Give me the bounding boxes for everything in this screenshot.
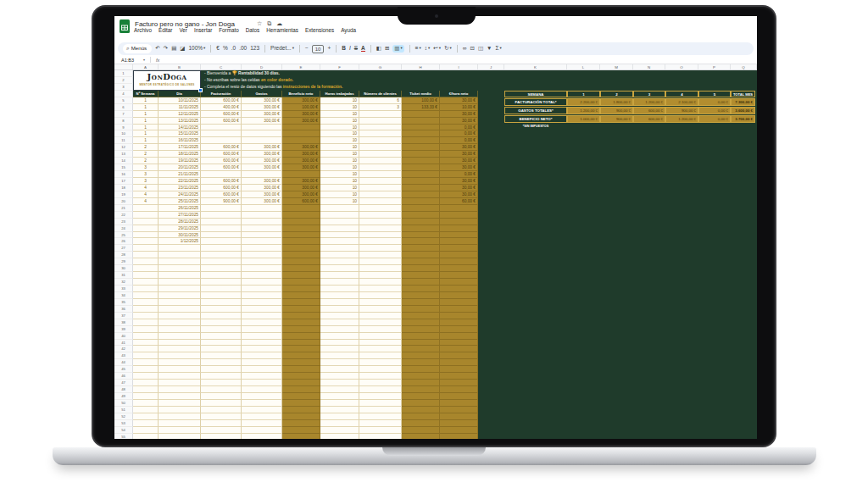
cell-L20[interactable] <box>567 198 600 205</box>
cell-D35[interactable] <box>242 299 282 306</box>
column-header-corner[interactable] <box>114 64 133 69</box>
cell-E36[interactable] <box>282 306 320 313</box>
column-header-J[interactable]: J <box>478 64 504 69</box>
cell-N38[interactable] <box>633 319 665 326</box>
cell-H34[interactable] <box>402 292 440 299</box>
cell-D14[interactable]: 300,00 € <box>242 158 282 164</box>
cell-M34[interactable] <box>600 292 633 299</box>
cell-J39[interactable] <box>478 326 504 333</box>
cell-E52[interactable] <box>282 413 320 420</box>
cell-G48[interactable] <box>359 386 402 393</box>
cell-G41[interactable] <box>359 340 402 347</box>
cell-O33[interactable] <box>665 286 698 292</box>
row-header-36[interactable]: 36 <box>114 306 133 313</box>
cell-D48[interactable] <box>242 386 282 393</box>
cell-G37[interactable] <box>359 313 402 319</box>
cell-K52[interactable] <box>504 413 567 420</box>
cell-N46[interactable] <box>633 373 665 380</box>
cell-O40[interactable] <box>665 333 698 340</box>
summary-value[interactable]: 1.200,00 € <box>633 98 665 106</box>
cell-K46[interactable] <box>504 373 567 380</box>
cell-B14[interactable]: 19/11/2025 <box>159 158 201 164</box>
cell-Q1[interactable] <box>731 70 757 77</box>
cell-Q41[interactable] <box>731 340 757 347</box>
cell-A40[interactable] <box>133 333 159 340</box>
row-header-2[interactable]: 2 <box>114 77 133 84</box>
cell-E30[interactable] <box>282 265 320 272</box>
text-wrap-icon[interactable]: ↩▾ <box>433 46 441 52</box>
cell-N24[interactable] <box>633 225 665 232</box>
cell-H52[interactable] <box>402 413 440 420</box>
cell-M49[interactable] <box>600 393 633 400</box>
cell-I36[interactable] <box>440 306 478 313</box>
cell-N19[interactable] <box>633 191 665 198</box>
cell-H17[interactable] <box>402 178 440 185</box>
cell-N3[interactable] <box>633 84 665 91</box>
cell-K38[interactable] <box>504 319 567 326</box>
cell-K45[interactable] <box>504 366 567 373</box>
cell-N51[interactable] <box>633 407 665 413</box>
cell-N31[interactable] <box>633 272 665 279</box>
cell-H22[interactable] <box>402 212 440 219</box>
cell-K11[interactable] <box>504 137 567 144</box>
row-header-19[interactable]: 19 <box>114 191 133 198</box>
cell-J53[interactable] <box>478 420 504 427</box>
cell-M30[interactable] <box>600 265 633 272</box>
row-header-31[interactable]: 31 <box>114 272 133 279</box>
cell-G26[interactable] <box>359 238 402 245</box>
cell-I11[interactable]: 0,00 € <box>440 137 478 144</box>
cell-C49[interactable] <box>201 393 242 400</box>
cell-E37[interactable] <box>282 313 320 319</box>
cell-L21[interactable] <box>567 205 600 212</box>
cell-J28[interactable] <box>478 252 504 258</box>
insert-comment-icon[interactable]: ⊡ <box>470 46 474 52</box>
cell-O29[interactable] <box>665 258 698 265</box>
decrease-decimals-button[interactable]: .0 <box>231 46 236 52</box>
cell-A31[interactable] <box>133 272 159 279</box>
cell-D21[interactable] <box>242 205 282 212</box>
cell-Q46[interactable] <box>731 373 757 380</box>
menu-insertar[interactable]: Insertar <box>194 27 212 33</box>
cell-L1[interactable] <box>567 70 600 77</box>
cell-K27[interactable] <box>504 245 567 252</box>
cell-D51[interactable] <box>242 407 282 413</box>
cell-F12[interactable]: 10 <box>320 144 359 151</box>
cell-H30[interactable] <box>402 265 440 272</box>
cell-D4[interactable]: Gastos <box>242 91 282 97</box>
row-header-45[interactable]: 45 <box>114 366 133 373</box>
cell-I34[interactable] <box>440 292 478 299</box>
cell-H25[interactable] <box>402 232 440 239</box>
cell-G14[interactable] <box>359 158 402 164</box>
vertical-align-icon[interactable]: ↕▾ <box>425 46 431 52</box>
cell-J14[interactable] <box>478 158 504 164</box>
row-header-39[interactable]: 39 <box>114 326 133 333</box>
cell-Q26[interactable] <box>731 238 757 245</box>
cell-B47[interactable] <box>159 380 201 386</box>
summary-value[interactable]: 2.200,00 € <box>567 98 600 106</box>
cell-J48[interactable] <box>478 386 504 393</box>
cell-O16[interactable] <box>665 171 698 178</box>
cell-O53[interactable] <box>665 420 698 427</box>
cell-J31[interactable] <box>478 272 504 279</box>
cell-Q44[interactable] <box>731 359 757 366</box>
cell-F33[interactable] <box>320 286 359 292</box>
cell-N25[interactable] <box>633 232 665 239</box>
cell-K26[interactable] <box>504 238 567 245</box>
row-header-4[interactable]: 4 <box>114 91 133 97</box>
cell-B17[interactable]: 22/11/2025 <box>159 178 201 185</box>
cell-E51[interactable] <box>282 407 320 413</box>
cell-G22[interactable] <box>359 212 402 219</box>
cell-O22[interactable] <box>665 212 698 219</box>
cell-H15[interactable] <box>402 164 440 171</box>
cell-G11[interactable] <box>359 137 402 144</box>
summary-value[interactable]: 600,00 € <box>633 107 665 114</box>
row-header-3[interactable]: 3 <box>114 84 133 91</box>
cell-B46[interactable] <box>159 373 201 380</box>
cell-A34[interactable] <box>133 292 159 299</box>
cell-N39[interactable] <box>633 326 665 333</box>
cell-G39[interactable] <box>359 326 402 333</box>
cell-A43[interactable] <box>133 352 159 359</box>
cell-H44[interactable] <box>402 359 440 366</box>
logo-cell[interactable]: JonDoga MENTOR ESTRATÉGICO DE SALONES <box>133 70 201 91</box>
cell-N42[interactable] <box>633 346 665 352</box>
